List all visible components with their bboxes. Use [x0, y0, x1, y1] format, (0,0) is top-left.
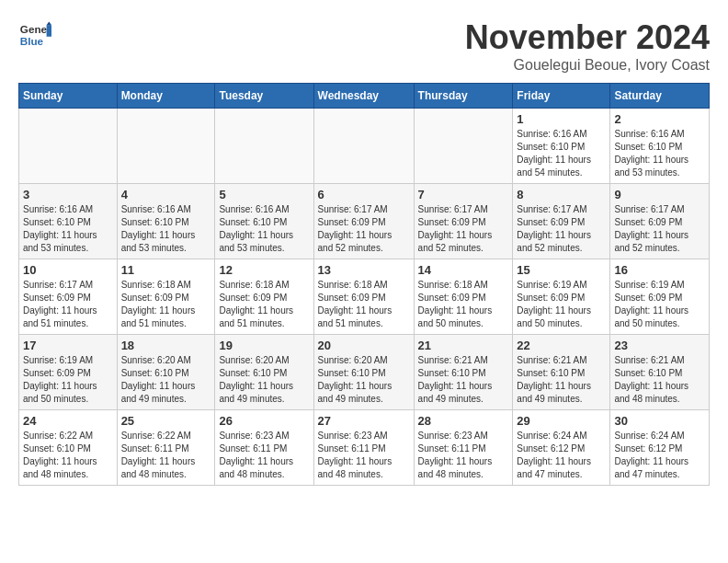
svg-marker-2 [47, 25, 51, 37]
day-number: 4 [121, 188, 211, 201]
calendar-cell: 10Sunrise: 6:17 AM Sunset: 6:09 PM Dayli… [19, 259, 118, 335]
day-number: 16 [614, 263, 705, 277]
day-info: Sunrise: 6:19 AM Sunset: 6:09 PM Dayligh… [517, 279, 606, 330]
calendar-cell: 13Sunrise: 6:18 AM Sunset: 6:09 PM Dayli… [313, 259, 414, 335]
day-info: Sunrise: 6:23 AM Sunset: 6:11 PM Dayligh… [219, 430, 309, 481]
day-info: Sunrise: 6:17 AM Sunset: 6:09 PM Dayligh… [23, 279, 113, 330]
calendar-cell: 16Sunrise: 6:19 AM Sunset: 6:09 PM Dayli… [610, 259, 710, 335]
day-info: Sunrise: 6:18 AM Sunset: 6:09 PM Dayligh… [219, 279, 309, 330]
day-number: 5 [219, 188, 309, 201]
day-number: 19 [219, 339, 309, 352]
day-info: Sunrise: 6:19 AM Sunset: 6:09 PM Dayligh… [23, 354, 113, 406]
day-number: 2 [614, 112, 705, 126]
calendar-cell: 19Sunrise: 6:20 AM Sunset: 6:10 PM Dayli… [215, 335, 313, 410]
day-number: 9 [614, 188, 705, 201]
location-subtitle: Gouelegui Beoue, Ivory Coast [465, 57, 710, 74]
day-number: 28 [418, 414, 509, 428]
day-info: Sunrise: 6:18 AM Sunset: 6:09 PM Dayligh… [318, 279, 410, 330]
calendar-cell: 26Sunrise: 6:23 AM Sunset: 6:11 PM Dayli… [215, 410, 313, 486]
calendar-week-row: 24Sunrise: 6:22 AM Sunset: 6:10 PM Dayli… [19, 410, 710, 486]
calendar-cell: 23Sunrise: 6:21 AM Sunset: 6:10 PM Dayli… [610, 335, 710, 410]
calendar-cell: 27Sunrise: 6:23 AM Sunset: 6:11 PM Dayli… [313, 410, 414, 486]
day-info: Sunrise: 6:23 AM Sunset: 6:11 PM Dayligh… [318, 430, 410, 481]
day-info: Sunrise: 6:20 AM Sunset: 6:10 PM Dayligh… [121, 354, 211, 406]
day-number: 24 [23, 414, 113, 428]
day-info: Sunrise: 6:18 AM Sunset: 6:09 PM Dayligh… [121, 279, 211, 330]
calendar-cell: 15Sunrise: 6:19 AM Sunset: 6:09 PM Dayli… [513, 259, 610, 335]
day-number: 11 [121, 263, 211, 277]
day-number: 7 [418, 188, 509, 201]
page-header: General Blue November 2024 Gouelegui Beo… [18, 18, 710, 74]
calendar-cell: 11Sunrise: 6:18 AM Sunset: 6:09 PM Dayli… [117, 259, 215, 335]
day-info: Sunrise: 6:16 AM Sunset: 6:10 PM Dayligh… [517, 128, 606, 179]
day-info: Sunrise: 6:20 AM Sunset: 6:10 PM Dayligh… [318, 354, 410, 406]
svg-text:Blue: Blue [20, 35, 44, 47]
calendar-cell: 6Sunrise: 6:17 AM Sunset: 6:09 PM Daylig… [313, 184, 414, 259]
day-number: 13 [318, 263, 410, 277]
day-number: 3 [23, 188, 113, 201]
day-info: Sunrise: 6:17 AM Sunset: 6:09 PM Dayligh… [418, 203, 509, 255]
month-title: November 2024 [465, 18, 710, 57]
calendar-cell: 5Sunrise: 6:16 AM Sunset: 6:10 PM Daylig… [215, 184, 313, 259]
header-friday: Friday [513, 84, 610, 109]
calendar-cell [19, 109, 118, 184]
day-info: Sunrise: 6:17 AM Sunset: 6:09 PM Dayligh… [318, 203, 410, 255]
day-info: Sunrise: 6:18 AM Sunset: 6:09 PM Dayligh… [418, 279, 509, 330]
calendar-cell: 25Sunrise: 6:22 AM Sunset: 6:11 PM Dayli… [117, 410, 215, 486]
calendar-cell: 28Sunrise: 6:23 AM Sunset: 6:11 PM Dayli… [414, 410, 513, 486]
calendar-cell: 17Sunrise: 6:19 AM Sunset: 6:09 PM Dayli… [19, 335, 118, 410]
calendar-cell: 8Sunrise: 6:17 AM Sunset: 6:09 PM Daylig… [513, 184, 610, 259]
header-monday: Monday [117, 84, 215, 109]
day-number: 23 [614, 339, 705, 352]
day-number: 15 [517, 263, 606, 277]
header-wednesday: Wednesday [313, 84, 414, 109]
day-number: 20 [318, 339, 410, 352]
calendar-cell [117, 109, 215, 184]
calendar-cell: 12Sunrise: 6:18 AM Sunset: 6:09 PM Dayli… [215, 259, 313, 335]
calendar-cell [414, 109, 513, 184]
calendar-cell: 7Sunrise: 6:17 AM Sunset: 6:09 PM Daylig… [414, 184, 513, 259]
calendar-cell: 14Sunrise: 6:18 AM Sunset: 6:09 PM Dayli… [414, 259, 513, 335]
day-number: 21 [418, 339, 509, 352]
calendar-cell: 20Sunrise: 6:20 AM Sunset: 6:10 PM Dayli… [313, 335, 414, 410]
header-tuesday: Tuesday [215, 84, 313, 109]
day-info: Sunrise: 6:17 AM Sunset: 6:09 PM Dayligh… [614, 203, 705, 255]
calendar-header-row: SundayMondayTuesdayWednesdayThursdayFrid… [19, 84, 710, 109]
header-saturday: Saturday [610, 84, 710, 109]
header-thursday: Thursday [414, 84, 513, 109]
day-info: Sunrise: 6:19 AM Sunset: 6:09 PM Dayligh… [614, 279, 705, 330]
day-number: 10 [23, 263, 113, 277]
calendar-cell: 1Sunrise: 6:16 AM Sunset: 6:10 PM Daylig… [513, 109, 610, 184]
day-info: Sunrise: 6:21 AM Sunset: 6:10 PM Dayligh… [614, 354, 705, 406]
day-number: 18 [121, 339, 211, 352]
day-info: Sunrise: 6:22 AM Sunset: 6:10 PM Dayligh… [23, 430, 113, 481]
day-info: Sunrise: 6:21 AM Sunset: 6:10 PM Dayligh… [517, 354, 606, 406]
calendar-week-row: 1Sunrise: 6:16 AM Sunset: 6:10 PM Daylig… [19, 109, 710, 184]
day-number: 12 [219, 263, 309, 277]
logo-icon: General Blue [18, 18, 51, 52]
day-info: Sunrise: 6:24 AM Sunset: 6:12 PM Dayligh… [614, 430, 705, 481]
calendar-cell [313, 109, 414, 184]
day-info: Sunrise: 6:16 AM Sunset: 6:10 PM Dayligh… [219, 203, 309, 255]
calendar-cell: 3Sunrise: 6:16 AM Sunset: 6:10 PM Daylig… [19, 184, 118, 259]
day-number: 1 [517, 112, 606, 126]
day-number: 29 [517, 414, 606, 428]
calendar-cell: 18Sunrise: 6:20 AM Sunset: 6:10 PM Dayli… [117, 335, 215, 410]
calendar-cell: 4Sunrise: 6:16 AM Sunset: 6:10 PM Daylig… [117, 184, 215, 259]
day-info: Sunrise: 6:16 AM Sunset: 6:10 PM Dayligh… [23, 203, 113, 255]
day-number: 14 [418, 263, 509, 277]
title-area: November 2024 Gouelegui Beoue, Ivory Coa… [465, 18, 710, 74]
day-info: Sunrise: 6:23 AM Sunset: 6:11 PM Dayligh… [418, 430, 509, 481]
calendar-cell: 30Sunrise: 6:24 AM Sunset: 6:12 PM Dayli… [610, 410, 710, 486]
calendar-cell: 21Sunrise: 6:21 AM Sunset: 6:10 PM Dayli… [414, 335, 513, 410]
day-number: 30 [614, 414, 705, 428]
calendar-cell: 29Sunrise: 6:24 AM Sunset: 6:12 PM Dayli… [513, 410, 610, 486]
calendar-week-row: 3Sunrise: 6:16 AM Sunset: 6:10 PM Daylig… [19, 184, 710, 259]
day-info: Sunrise: 6:21 AM Sunset: 6:10 PM Dayligh… [418, 354, 509, 406]
day-number: 8 [517, 188, 606, 201]
calendar-cell: 22Sunrise: 6:21 AM Sunset: 6:10 PM Dayli… [513, 335, 610, 410]
calendar-cell: 9Sunrise: 6:17 AM Sunset: 6:09 PM Daylig… [610, 184, 710, 259]
calendar-week-row: 10Sunrise: 6:17 AM Sunset: 6:09 PM Dayli… [19, 259, 710, 335]
calendar-cell: 24Sunrise: 6:22 AM Sunset: 6:10 PM Dayli… [19, 410, 118, 486]
calendar-cell: 2Sunrise: 6:16 AM Sunset: 6:10 PM Daylig… [610, 109, 710, 184]
